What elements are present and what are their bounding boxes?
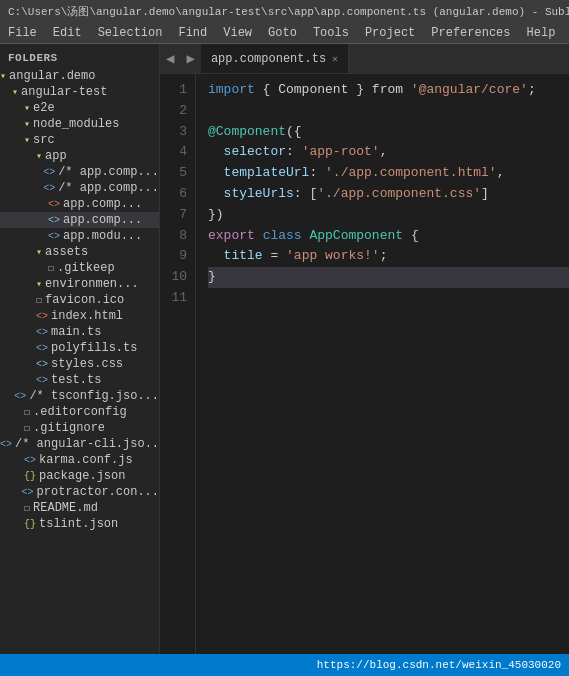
tree-label: tslint.json — [39, 517, 118, 531]
line-number-8: 8 — [168, 226, 187, 247]
menu-item-project[interactable]: Project — [357, 24, 423, 42]
tree-item-angular-test[interactable]: ▾angular-test — [0, 84, 159, 100]
tree-item-angular-cli[interactable]: <>/* angular-cli.jso... — [0, 436, 159, 452]
tree-item-styles-css[interactable]: <>styles.css — [0, 356, 159, 372]
ts-icon: <> — [48, 231, 60, 242]
menu-bar: FileEditSelectionFindViewGotoToolsProjec… — [0, 22, 569, 44]
line-number-10: 10 — [168, 267, 187, 288]
nav-forward-btn[interactable]: ▶ — [180, 44, 200, 73]
code-line-11 — [208, 288, 569, 309]
code-editor[interactable]: import { Component } from '@angular/core… — [196, 74, 569, 654]
tree-label: karma.conf.js — [39, 453, 133, 467]
nav-back-btn[interactable]: ◀ — [160, 44, 180, 73]
tree-item-tslint[interactable]: {}tslint.json — [0, 516, 159, 532]
tree-item-e2e[interactable]: ▾e2e — [0, 100, 159, 116]
tree-item-gitkeep[interactable]: ☐.gitkeep — [0, 260, 159, 276]
token: './app.component.html' — [325, 163, 497, 184]
tree-label: src — [33, 133, 55, 147]
tree-label: polyfills.ts — [51, 341, 137, 355]
tree-item-tsconfig[interactable]: <>/* tsconfig.jso... — [0, 388, 159, 404]
line-number-4: 4 — [168, 142, 187, 163]
ts-icon: <> — [36, 343, 48, 354]
tree-item-assets[interactable]: ▾assets — [0, 244, 159, 260]
token — [208, 184, 224, 205]
menu-item-goto[interactable]: Goto — [260, 24, 305, 42]
main-layout: FOLDERS ▾angular.demo▾angular-test▾e2e▾n… — [0, 44, 569, 654]
folder-icon: ▾ — [36, 150, 42, 162]
tree-item-app-comp4[interactable]: <>app.comp... — [0, 212, 159, 228]
tab-close-btn[interactable]: ✕ — [332, 53, 338, 65]
menu-item-file[interactable]: File — [0, 24, 45, 42]
menu-item-help[interactable]: Help — [519, 24, 564, 42]
ts-icon: <> — [24, 455, 36, 466]
css-icon: <> — [48, 215, 60, 226]
tree-item-polyfills[interactable]: <>polyfills.ts — [0, 340, 159, 356]
menu-item-preferences[interactable]: Preferences — [423, 24, 518, 42]
token: AppComponent — [309, 226, 403, 247]
tree-item-favicon[interactable]: ☐favicon.ico — [0, 292, 159, 308]
token: @Component — [208, 122, 286, 143]
tree-item-src[interactable]: ▾src — [0, 132, 159, 148]
sidebar[interactable]: FOLDERS ▾angular.demo▾angular-test▾e2e▾n… — [0, 44, 160, 654]
menu-item-selection[interactable]: Selection — [90, 24, 171, 42]
html-icon: <> — [48, 199, 60, 210]
token: selector — [224, 142, 286, 163]
token: styleUrls — [224, 184, 294, 205]
tree-label: README.md — [33, 501, 98, 515]
code-container[interactable]: 1234567891011 import { Component } from … — [160, 74, 569, 654]
token — [208, 142, 224, 163]
tree-label: /* angular-cli.jso... — [15, 437, 160, 451]
status-text: https://blog.csdn.net/weixin_45030020 — [317, 659, 561, 671]
tree-item-index-html[interactable]: <>index.html — [0, 308, 159, 324]
status-bar: https://blog.csdn.net/weixin_45030020 — [0, 654, 569, 676]
token — [208, 163, 224, 184]
menu-item-view[interactable]: View — [215, 24, 260, 42]
token: './app.component.css' — [317, 184, 481, 205]
line-number-1: 1 — [168, 80, 187, 101]
code-line-1: import { Component } from '@angular/core… — [208, 80, 569, 101]
tree-item-app[interactable]: ▾app — [0, 148, 159, 164]
code-line-3: @Component({ — [208, 122, 569, 143]
tree-label: favicon.ico — [45, 293, 124, 307]
code-line-4: selector: 'app-root', — [208, 142, 569, 163]
menu-item-find[interactable]: Find — [170, 24, 215, 42]
tree-item-node_modules[interactable]: ▾node_modules — [0, 116, 159, 132]
tree-item-app-comp3[interactable]: <>app.comp... — [0, 196, 159, 212]
tree-label: test.ts — [51, 373, 101, 387]
ts-icon: <> — [43, 183, 55, 194]
token: }) — [208, 205, 224, 226]
tree-label: e2e — [33, 101, 55, 115]
tree-item-karma[interactable]: <>karma.conf.js — [0, 452, 159, 468]
tree-item-package[interactable]: {}package.json — [0, 468, 159, 484]
menu-item-edit[interactable]: Edit — [45, 24, 90, 42]
tab-bar: ◀ ▶ app.component.ts ✕ — [160, 44, 569, 74]
tree-item-environments[interactable]: ▾environmen... — [0, 276, 159, 292]
tree-item-app-comp1[interactable]: <>/* app.comp... — [0, 164, 159, 180]
tree-item-protractor[interactable]: <>protractor.con... — [0, 484, 159, 500]
folder-icon: ▾ — [24, 118, 30, 130]
tree-item-app-modu[interactable]: <>app.modu... — [0, 228, 159, 244]
tree-item-gitignore[interactable]: ☐.gitignore — [0, 420, 159, 436]
folder-icon: ▾ — [12, 86, 18, 98]
tree-label: .gitkeep — [57, 261, 115, 275]
json-icon: {} — [24, 471, 36, 482]
menu-item-tools[interactable]: Tools — [305, 24, 357, 42]
tree-item-angular-demo[interactable]: ▾angular.demo — [0, 68, 159, 84]
code-line-2 — [208, 101, 569, 122]
line-number-6: 6 — [168, 184, 187, 205]
token: from — [372, 80, 411, 101]
tree-item-readme[interactable]: ☐README.md — [0, 500, 159, 516]
editor-tab[interactable]: app.component.ts ✕ — [201, 44, 349, 73]
folder-icon: ▾ — [36, 278, 42, 290]
tree-label: /* app.comp... — [58, 165, 159, 179]
tree-item-app-comp2[interactable]: <>/* app.comp... — [0, 180, 159, 196]
token: : — [286, 142, 302, 163]
token: , — [497, 163, 505, 184]
tree-item-main-ts[interactable]: <>main.ts — [0, 324, 159, 340]
tree-item-editorconfig[interactable]: ☐.editorconfig — [0, 404, 159, 420]
token: } — [208, 267, 216, 288]
folder-icon: ▾ — [24, 134, 30, 146]
tree-label: main.ts — [51, 325, 101, 339]
tree-item-test-ts[interactable]: <>test.ts — [0, 372, 159, 388]
tree-label: .gitignore — [33, 421, 105, 435]
